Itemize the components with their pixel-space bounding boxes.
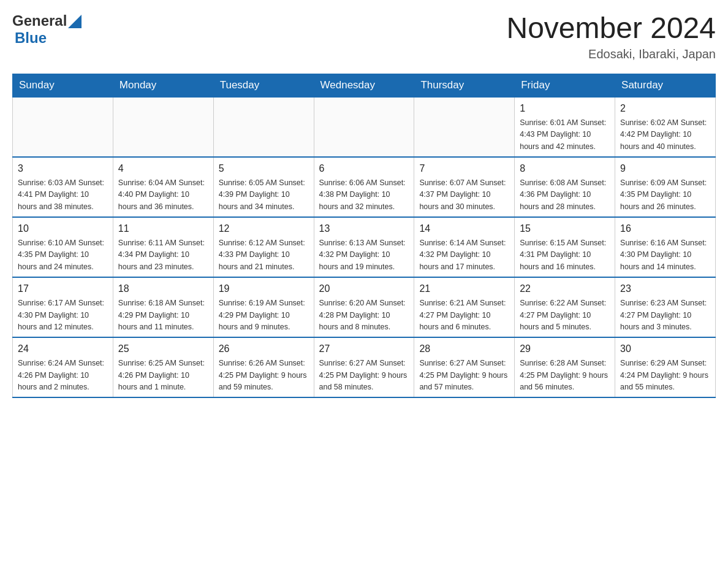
day-number: 18 bbox=[118, 282, 208, 296]
calendar-header-row: SundayMondayTuesdayWednesdayThursdayFrid… bbox=[13, 74, 716, 97]
day-info: Sunrise: 6:21 AM Sunset: 4:27 PM Dayligh… bbox=[419, 297, 509, 333]
day-info: Sunrise: 6:02 AM Sunset: 4:42 PM Dayligh… bbox=[620, 117, 710, 153]
calendar-day-cell: 18Sunrise: 6:18 AM Sunset: 4:29 PM Dayli… bbox=[113, 277, 213, 337]
calendar-day-cell: 17Sunrise: 6:17 AM Sunset: 4:30 PM Dayli… bbox=[13, 277, 113, 337]
calendar-day-cell bbox=[113, 97, 213, 157]
day-of-week-header: Friday bbox=[515, 74, 615, 97]
calendar-week-row: 3Sunrise: 6:03 AM Sunset: 4:41 PM Daylig… bbox=[13, 157, 716, 217]
day-number: 1 bbox=[520, 101, 610, 116]
calendar-day-cell: 26Sunrise: 6:26 AM Sunset: 4:25 PM Dayli… bbox=[213, 337, 314, 397]
logo-blue-text: Blue bbox=[15, 29, 47, 46]
calendar-day-cell: 24Sunrise: 6:24 AM Sunset: 4:26 PM Dayli… bbox=[13, 337, 113, 397]
calendar-day-cell bbox=[314, 97, 414, 157]
calendar-week-row: 17Sunrise: 6:17 AM Sunset: 4:30 PM Dayli… bbox=[13, 277, 716, 337]
day-of-week-header: Sunday bbox=[13, 74, 113, 97]
calendar-day-cell: 15Sunrise: 6:15 AM Sunset: 4:31 PM Dayli… bbox=[515, 217, 615, 277]
calendar-day-cell: 25Sunrise: 6:25 AM Sunset: 4:26 PM Dayli… bbox=[113, 337, 213, 397]
day-number: 8 bbox=[520, 161, 610, 176]
day-number: 14 bbox=[419, 221, 509, 236]
calendar-day-cell bbox=[414, 97, 515, 157]
day-number: 25 bbox=[118, 342, 208, 356]
day-info: Sunrise: 6:27 AM Sunset: 4:25 PM Dayligh… bbox=[319, 358, 409, 393]
day-number: 2 bbox=[620, 101, 710, 116]
day-number: 9 bbox=[620, 161, 710, 176]
day-info: Sunrise: 6:23 AM Sunset: 4:27 PM Dayligh… bbox=[620, 297, 710, 333]
day-of-week-header: Monday bbox=[113, 74, 213, 97]
calendar-day-cell: 22Sunrise: 6:22 AM Sunset: 4:27 PM Dayli… bbox=[515, 277, 615, 337]
day-info: Sunrise: 6:10 AM Sunset: 4:35 PM Dayligh… bbox=[18, 237, 108, 273]
calendar-table: SundayMondayTuesdayWednesdayThursdayFrid… bbox=[12, 74, 716, 399]
calendar-day-cell: 7Sunrise: 6:07 AM Sunset: 4:37 PM Daylig… bbox=[414, 157, 515, 217]
day-number: 3 bbox=[18, 161, 108, 176]
calendar-day-cell bbox=[213, 97, 314, 157]
day-number: 20 bbox=[319, 282, 409, 296]
calendar-day-cell: 28Sunrise: 6:27 AM Sunset: 4:25 PM Dayli… bbox=[414, 337, 515, 397]
calendar-day-cell: 14Sunrise: 6:14 AM Sunset: 4:32 PM Dayli… bbox=[414, 217, 515, 277]
day-number: 7 bbox=[419, 161, 509, 176]
svg-marker-0 bbox=[68, 15, 82, 28]
calendar-day-cell: 2Sunrise: 6:02 AM Sunset: 4:42 PM Daylig… bbox=[615, 97, 716, 157]
logo-general-text: General bbox=[12, 12, 67, 29]
day-info: Sunrise: 6:27 AM Sunset: 4:25 PM Dayligh… bbox=[419, 358, 509, 393]
calendar-day-cell: 9Sunrise: 6:09 AM Sunset: 4:35 PM Daylig… bbox=[615, 157, 716, 217]
day-number: 10 bbox=[18, 221, 108, 236]
day-info: Sunrise: 6:24 AM Sunset: 4:26 PM Dayligh… bbox=[18, 358, 108, 393]
calendar-day-cell: 20Sunrise: 6:20 AM Sunset: 4:28 PM Dayli… bbox=[314, 277, 414, 337]
day-number: 26 bbox=[219, 342, 309, 356]
calendar-day-cell: 3Sunrise: 6:03 AM Sunset: 4:41 PM Daylig… bbox=[13, 157, 113, 217]
calendar-day-cell: 4Sunrise: 6:04 AM Sunset: 4:40 PM Daylig… bbox=[113, 157, 213, 217]
day-of-week-header: Saturday bbox=[615, 74, 716, 97]
logo-triangle-icon bbox=[68, 15, 82, 28]
day-number: 21 bbox=[419, 282, 509, 296]
day-number: 12 bbox=[219, 221, 309, 236]
calendar-day-cell: 30Sunrise: 6:29 AM Sunset: 4:24 PM Dayli… bbox=[615, 337, 716, 397]
day-info: Sunrise: 6:09 AM Sunset: 4:35 PM Dayligh… bbox=[620, 177, 710, 213]
day-number: 30 bbox=[620, 342, 710, 356]
calendar-day-cell: 5Sunrise: 6:05 AM Sunset: 4:39 PM Daylig… bbox=[213, 157, 314, 217]
day-number: 5 bbox=[219, 161, 309, 176]
page-header: General Blue November 2024 Edosaki, Ibar… bbox=[12, 12, 716, 61]
day-info: Sunrise: 6:28 AM Sunset: 4:25 PM Dayligh… bbox=[520, 358, 610, 393]
day-number: 19 bbox=[219, 282, 309, 296]
day-number: 22 bbox=[520, 282, 610, 296]
day-number: 15 bbox=[520, 221, 610, 236]
day-info: Sunrise: 6:05 AM Sunset: 4:39 PM Dayligh… bbox=[219, 177, 309, 213]
day-number: 4 bbox=[118, 161, 208, 176]
day-info: Sunrise: 6:29 AM Sunset: 4:24 PM Dayligh… bbox=[620, 358, 710, 393]
calendar-day-cell: 13Sunrise: 6:13 AM Sunset: 4:32 PM Dayli… bbox=[314, 217, 414, 277]
logo: General Blue bbox=[12, 12, 82, 47]
calendar-day-cell: 23Sunrise: 6:23 AM Sunset: 4:27 PM Dayli… bbox=[615, 277, 716, 337]
calendar-day-cell: 1Sunrise: 6:01 AM Sunset: 4:43 PM Daylig… bbox=[515, 97, 615, 157]
calendar-week-row: 1Sunrise: 6:01 AM Sunset: 4:43 PM Daylig… bbox=[13, 97, 716, 157]
calendar-day-cell: 8Sunrise: 6:08 AM Sunset: 4:36 PM Daylig… bbox=[515, 157, 615, 217]
day-number: 24 bbox=[18, 342, 108, 356]
month-title: November 2024 bbox=[506, 12, 716, 45]
day-info: Sunrise: 6:13 AM Sunset: 4:32 PM Dayligh… bbox=[319, 237, 409, 273]
day-info: Sunrise: 6:07 AM Sunset: 4:37 PM Dayligh… bbox=[419, 177, 509, 213]
day-number: 16 bbox=[620, 221, 710, 236]
day-info: Sunrise: 6:14 AM Sunset: 4:32 PM Dayligh… bbox=[419, 237, 509, 273]
day-info: Sunrise: 6:19 AM Sunset: 4:29 PM Dayligh… bbox=[219, 297, 309, 333]
day-info: Sunrise: 6:15 AM Sunset: 4:31 PM Dayligh… bbox=[520, 237, 610, 273]
calendar-day-cell: 21Sunrise: 6:21 AM Sunset: 4:27 PM Dayli… bbox=[414, 277, 515, 337]
day-info: Sunrise: 6:26 AM Sunset: 4:25 PM Dayligh… bbox=[219, 358, 309, 393]
day-number: 29 bbox=[520, 342, 610, 356]
calendar-day-cell bbox=[13, 97, 113, 157]
day-info: Sunrise: 6:11 AM Sunset: 4:34 PM Dayligh… bbox=[118, 237, 208, 273]
day-info: Sunrise: 6:22 AM Sunset: 4:27 PM Dayligh… bbox=[520, 297, 610, 333]
day-number: 6 bbox=[319, 161, 409, 176]
calendar-day-cell: 12Sunrise: 6:12 AM Sunset: 4:33 PM Dayli… bbox=[213, 217, 314, 277]
day-of-week-header: Thursday bbox=[414, 74, 515, 97]
day-info: Sunrise: 6:04 AM Sunset: 4:40 PM Dayligh… bbox=[118, 177, 208, 213]
day-info: Sunrise: 6:25 AM Sunset: 4:26 PM Dayligh… bbox=[118, 358, 208, 393]
calendar-day-cell: 6Sunrise: 6:06 AM Sunset: 4:38 PM Daylig… bbox=[314, 157, 414, 217]
day-number: 11 bbox=[118, 221, 208, 236]
calendar-day-cell: 29Sunrise: 6:28 AM Sunset: 4:25 PM Dayli… bbox=[515, 337, 615, 397]
day-number: 23 bbox=[620, 282, 710, 296]
day-number: 28 bbox=[419, 342, 509, 356]
calendar-day-cell: 16Sunrise: 6:16 AM Sunset: 4:30 PM Dayli… bbox=[615, 217, 716, 277]
day-info: Sunrise: 6:16 AM Sunset: 4:30 PM Dayligh… bbox=[620, 237, 710, 273]
calendar-week-row: 24Sunrise: 6:24 AM Sunset: 4:26 PM Dayli… bbox=[13, 337, 716, 397]
day-info: Sunrise: 6:03 AM Sunset: 4:41 PM Dayligh… bbox=[18, 177, 108, 213]
calendar-day-cell: 19Sunrise: 6:19 AM Sunset: 4:29 PM Dayli… bbox=[213, 277, 314, 337]
